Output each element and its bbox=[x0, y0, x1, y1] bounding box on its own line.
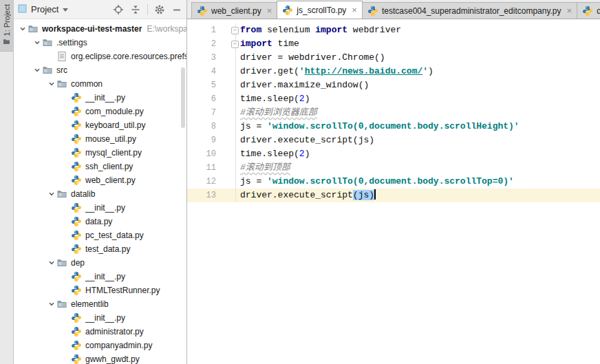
gutter-fold-column[interactable] bbox=[220, 120, 236, 133]
close-icon[interactable]: × bbox=[567, 6, 572, 15]
code-text[interactable]: import time bbox=[236, 37, 299, 51]
gutter-fold-column[interactable] bbox=[220, 65, 236, 78]
tree-item-init-py[interactable]: __init__.py bbox=[14, 270, 186, 283]
tree-item-administrator-py[interactable]: administrator.py bbox=[14, 325, 186, 339]
tree-item-mysql-client-py[interactable]: mysql_client.py bbox=[14, 146, 186, 160]
line-number[interactable]: 2 bbox=[187, 37, 220, 51]
gutter-fold-column[interactable] bbox=[220, 175, 236, 189]
tree-item-data-py[interactable]: data.py bbox=[14, 215, 186, 228]
gutter-fold-column[interactable]: − bbox=[220, 23, 236, 37]
tree-item-gwwh-gwdt-py[interactable]: gwwh_gwdt.py bbox=[14, 352, 186, 364]
line-number[interactable]: 5 bbox=[187, 78, 220, 92]
code-text[interactable]: js = 'window.scrollTo(0,document.body.sc… bbox=[236, 175, 514, 189]
chevron-down-icon[interactable] bbox=[47, 191, 56, 197]
tool-window-button-project[interactable]: 1: Project bbox=[0, 0, 13, 52]
line-number[interactable]: 7 bbox=[187, 106, 220, 120]
chevron-down-icon[interactable] bbox=[47, 259, 56, 266]
project-tree-scrollbar[interactable] bbox=[181, 67, 185, 128]
code-line-6[interactable]: 6time.sleep(2) bbox=[187, 92, 600, 106]
tree-item-ssh-client-py[interactable]: ssh_client.py bbox=[14, 160, 186, 173]
line-number[interactable]: 12 bbox=[187, 175, 220, 189]
chevron-down-icon[interactable] bbox=[47, 301, 56, 308]
tree-item-test-data-py[interactable]: test_data.py bbox=[14, 242, 186, 256]
tree-item-workspace-ui-test-master[interactable]: workspace-ui-test-masterE:\workspac bbox=[14, 22, 186, 36]
tree-item-org-eclipse-core-resources-prefs[interactable]: org.eclipse.core.resources.prefs bbox=[14, 50, 186, 63]
code-text[interactable]: #滚动到顶部 bbox=[236, 161, 290, 175]
code-line-5[interactable]: 5driver.maximize_window() bbox=[187, 78, 600, 92]
fold-end-icon[interactable]: − bbox=[231, 41, 239, 48]
tree-item-init-py[interactable]: __init__.py bbox=[14, 201, 186, 215]
code-text[interactable]: driver.execute_script(js) bbox=[236, 133, 374, 147]
chevron-down-icon[interactable] bbox=[32, 67, 42, 74]
gutter-fold-column[interactable] bbox=[220, 106, 236, 120]
code-text[interactable]: driver.maximize_window() bbox=[236, 78, 369, 92]
gutter-fold-column[interactable] bbox=[220, 147, 236, 161]
tree-item-web-client-py[interactable]: web_client.py bbox=[14, 173, 186, 187]
code-text[interactable]: driver.get('http://news.baidu.com/') bbox=[236, 65, 433, 78]
editor-tab-testcase004-superadministrator-editcompany-py[interactable]: testcase004_superadministrator_editcompa… bbox=[362, 2, 577, 19]
gutter-fold-column[interactable] bbox=[220, 161, 236, 175]
tree-item-com-module-py[interactable]: com_module.py bbox=[14, 105, 186, 118]
editor-tab-js-scrollto-py[interactable]: js_scrollTo.py× bbox=[277, 1, 363, 19]
line-number[interactable]: 9 bbox=[187, 133, 220, 147]
line-number[interactable]: 4 bbox=[187, 65, 220, 78]
editor-tab-web-client-py[interactable]: web_client.py× bbox=[191, 2, 277, 19]
line-number[interactable]: 1 bbox=[187, 23, 220, 37]
tree-item-htmltestrunner-py[interactable]: HTMLTestRunner.py bbox=[14, 283, 186, 297]
code-line-8[interactable]: 8js = 'window.scrollTo(0,document.body.s… bbox=[187, 120, 600, 133]
tree-item-mouse-util-py[interactable]: mouse_util.py bbox=[14, 132, 186, 146]
tree-item-settings[interactable]: .settings bbox=[14, 36, 186, 50]
code-editor[interactable]: 1−from selenium import webdriver2−import… bbox=[187, 19, 600, 364]
line-number[interactable]: 8 bbox=[187, 120, 220, 133]
code-text[interactable]: from selenium import webdriver bbox=[236, 23, 401, 37]
gutter-fold-column[interactable] bbox=[220, 133, 236, 147]
tree-item-dep[interactable]: dep bbox=[14, 256, 186, 270]
collapse-all-icon[interactable] bbox=[130, 4, 141, 15]
gutter-fold-column[interactable]: − bbox=[220, 37, 236, 51]
code-line-12[interactable]: 12js = 'window.scrollTo(0,document.body.… bbox=[187, 175, 600, 189]
code-line-4[interactable]: 4driver.get('http://news.baidu.com/') bbox=[187, 65, 600, 78]
tree-item-keyboard-util-py[interactable]: keyboard_util.py bbox=[14, 118, 186, 132]
code-line-11[interactable]: 11#滚动到顶部 bbox=[187, 161, 600, 175]
close-icon[interactable]: × bbox=[267, 6, 272, 15]
code-text[interactable]: driver = webdriver.Chrome() bbox=[236, 51, 385, 65]
tree-item-datalib[interactable]: datalib bbox=[14, 187, 186, 201]
code-line-9[interactable]: 9driver.execute_script(js) bbox=[187, 133, 600, 147]
locate-icon[interactable] bbox=[113, 4, 124, 15]
gutter-fold-column[interactable] bbox=[220, 92, 236, 106]
line-number[interactable]: 6 bbox=[187, 92, 220, 106]
line-number[interactable]: 10 bbox=[187, 147, 220, 161]
gutter-fold-column[interactable] bbox=[220, 51, 236, 65]
code-text[interactable]: time.sleep(2) bbox=[236, 92, 310, 106]
chevron-down-icon[interactable] bbox=[32, 39, 42, 46]
code-line-3[interactable]: 3driver = webdriver.Chrome() bbox=[187, 51, 600, 65]
code-line-2[interactable]: 2−import time bbox=[187, 37, 600, 51]
chevron-down-icon[interactable] bbox=[18, 25, 28, 32]
fold-start-icon[interactable]: − bbox=[231, 27, 239, 34]
line-number[interactable]: 11 bbox=[187, 161, 220, 175]
editor-tab-de[interactable]: de bbox=[577, 2, 600, 19]
tree-item-init-py[interactable]: __init__.py bbox=[14, 91, 186, 105]
tree-item-init-py[interactable]: __init__.py bbox=[14, 311, 186, 325]
hide-icon[interactable] bbox=[171, 4, 182, 15]
tree-item-elementlib[interactable]: elementlib bbox=[14, 297, 186, 311]
code-line-10[interactable]: 10time.sleep(2) bbox=[187, 147, 600, 161]
project-view-dropdown[interactable]: Project bbox=[18, 4, 68, 15]
code-text[interactable]: #滚动到浏览器底部 bbox=[236, 106, 317, 120]
settings-gear-icon[interactable] bbox=[154, 4, 165, 15]
code-line-1[interactable]: 1−from selenium import webdriver bbox=[187, 23, 600, 37]
gutter-fold-column[interactable] bbox=[220, 189, 236, 202]
tree-item-src[interactable]: src bbox=[14, 63, 186, 77]
line-number[interactable]: 13 bbox=[187, 189, 220, 202]
tree-item-pc-test-data-py[interactable]: pc_test_data.py bbox=[14, 228, 186, 242]
line-number[interactable]: 3 bbox=[187, 51, 220, 65]
code-line-13[interactable]: 13driver.execute_script(js) bbox=[187, 189, 600, 202]
code-text[interactable]: driver.execute_script(js) bbox=[236, 189, 376, 202]
chevron-down-icon[interactable] bbox=[47, 81, 56, 87]
tree-item-common[interactable]: common bbox=[14, 77, 186, 91]
code-line-7[interactable]: 7#滚动到浏览器底部 bbox=[187, 106, 600, 120]
code-text[interactable]: js = 'window.scrollTo(0,document.body.sc… bbox=[236, 120, 519, 133]
close-icon[interactable]: × bbox=[352, 6, 357, 14]
gutter-fold-column[interactable] bbox=[220, 78, 236, 92]
tree-item-companyadmin-py[interactable]: companyadmin.py bbox=[14, 339, 186, 352]
